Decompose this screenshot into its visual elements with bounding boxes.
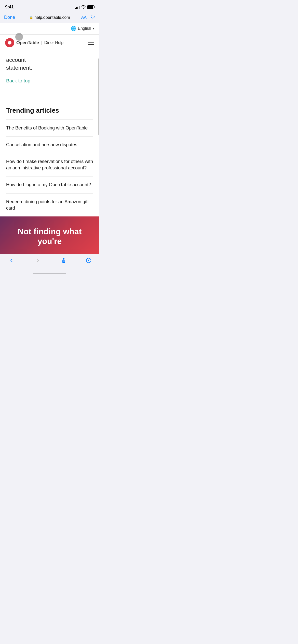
scroll-indicator[interactable] <box>98 58 99 135</box>
signal-bar-3 <box>77 7 78 9</box>
brand-subtitle: Diner Help <box>44 40 64 45</box>
browser-done-button[interactable]: Done <box>4 15 15 20</box>
list-item: How do I log into my OpenTable account? <box>6 177 93 193</box>
status-bar: 9:41 <box>0 0 99 13</box>
list-item: How do I make reservations for others wi… <box>6 153 93 177</box>
signal-bar-4 <box>79 6 79 9</box>
signal-bar-2 <box>76 7 77 9</box>
safari-back-button[interactable] <box>8 257 15 266</box>
account-statement-text: accountstatement. <box>6 56 93 72</box>
trending-list: The Benefits of Booking with OpenTable C… <box>6 120 93 216</box>
list-item: Cancellation and no-show disputes <box>6 137 93 153</box>
reload-button[interactable] <box>90 14 95 21</box>
brand-separator: | <box>41 40 42 46</box>
trending-article-link-5[interactable]: Redeem dining points for an Amazon gift … <box>6 199 89 211</box>
chevron-down-icon: ▾ <box>93 27 94 30</box>
trending-article-link-1[interactable]: The Benefits of Booking with OpenTable <box>6 125 88 130</box>
trending-article-link-4[interactable]: How do I log into my OpenTable account? <box>6 182 91 187</box>
wifi-icon <box>81 5 86 9</box>
cta-banner-text: Not finding what you're <box>6 227 93 246</box>
browser-url-bar[interactable]: 🔒 help.opentable.com <box>29 15 70 20</box>
safari-share-button[interactable] <box>61 257 67 265</box>
hamburger-line-1 <box>88 41 94 41</box>
article-content: accountstatement. Back to top <box>0 51 99 99</box>
status-icons <box>75 5 94 9</box>
browser-actions: AA <box>81 14 95 21</box>
signal-bar-1 <box>75 8 76 9</box>
safari-bottom-bar <box>0 254 99 271</box>
status-time: 9:41 <box>5 5 14 10</box>
nav-header: OpenTable | Diner Help <box>0 35 99 51</box>
globe-icon: 🌐 <box>71 26 76 31</box>
cursor-dot <box>15 33 23 41</box>
trending-section: Trending articles The Benefits of Bookin… <box>0 99 99 216</box>
battery-fill <box>87 6 93 9</box>
home-indicator <box>0 271 99 277</box>
battery-icon <box>87 5 94 9</box>
language-bar: 🌐 English ▾ <box>0 23 99 35</box>
logo-dot <box>6 39 8 41</box>
brand-text: OpenTable | Diner Help <box>16 40 63 46</box>
svg-point-2 <box>88 260 89 261</box>
hamburger-menu-button[interactable] <box>88 41 94 45</box>
back-to-top-link[interactable]: Back to top <box>6 78 30 84</box>
browser-chrome: Done 🔒 help.opentable.com AA <box>0 13 99 23</box>
safari-compass-button[interactable] <box>86 257 92 265</box>
list-item: Redeem dining points for an Amazon gift … <box>6 194 93 216</box>
brand-logo[interactable]: OpenTable | Diner Help <box>5 38 63 47</box>
trending-article-link-2[interactable]: Cancellation and no-show disputes <box>6 142 77 147</box>
hamburger-line-2 <box>88 42 94 43</box>
language-selector[interactable]: 🌐 English ▾ <box>71 26 94 31</box>
brand-name: OpenTable <box>16 40 39 46</box>
aa-button[interactable]: AA <box>81 15 87 20</box>
trending-article-link-3[interactable]: How do I make reservations for others wi… <box>6 159 93 170</box>
home-indicator-bar <box>33 273 66 274</box>
opentable-logo-icon <box>5 38 14 47</box>
list-item: The Benefits of Booking with OpenTable <box>6 120 93 137</box>
lock-icon: 🔒 <box>29 16 33 19</box>
trending-title: Trending articles <box>6 107 93 114</box>
language-label: English <box>78 26 91 31</box>
safari-forward-button[interactable] <box>34 257 42 266</box>
hamburger-line-3 <box>88 44 94 45</box>
cta-banner: Not finding what you're <box>0 216 99 254</box>
main-content: 🌐 English ▾ OpenTable | Diner Help accou… <box>0 23 99 254</box>
signal-bars-icon <box>75 5 79 9</box>
browser-url-text: help.opentable.com <box>34 15 70 20</box>
